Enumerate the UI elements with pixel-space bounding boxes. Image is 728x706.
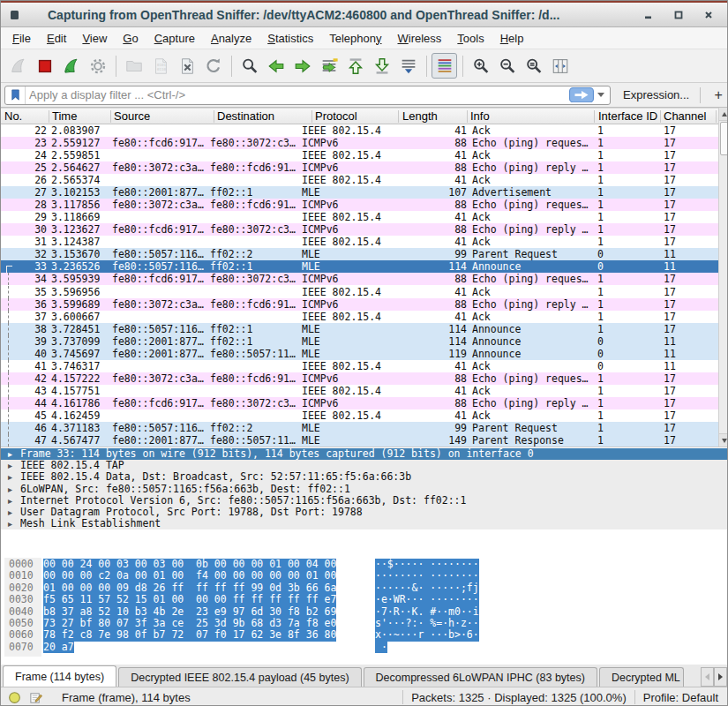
column-separator[interactable] bbox=[398, 110, 399, 123]
packet-row-26[interactable]: 262.565374IEEE 802.15.441Ack117 bbox=[1, 174, 718, 186]
expand-arrow-icon[interactable]: ▸ bbox=[8, 448, 12, 460]
menu-statistics[interactable]: Statistics bbox=[259, 27, 321, 49]
packet-row-27[interactable]: 273.102153fe80::2001:877…ff02::1MLE107Ad… bbox=[1, 186, 718, 199]
detail-row[interactable]: ▸Internet Protocol Version 6, Src: fe80:… bbox=[1, 495, 727, 507]
bookmark-icon[interactable] bbox=[5, 86, 26, 104]
hex-row[interactable]: 0040b8 37 a8 52 10 b3 4b 2e 23 e9 97 6d … bbox=[1, 606, 727, 618]
menu-go[interactable]: Go bbox=[115, 27, 146, 49]
status-profile[interactable]: Profile: Default bbox=[643, 691, 718, 704]
capture-options-button[interactable] bbox=[85, 53, 110, 79]
column-separator[interactable] bbox=[594, 110, 595, 123]
restart-capture-button[interactable] bbox=[58, 53, 84, 79]
maximize-icon[interactable] bbox=[667, 6, 690, 24]
packet-row-29[interactable]: 293.118669IEEE 802.15.441Ack117 bbox=[1, 211, 718, 223]
packet-row-33[interactable]: 333.236526fe80::5057:116…ff02::1MLE114An… bbox=[1, 260, 718, 273]
menu-wireless[interactable]: Wireless bbox=[390, 27, 450, 49]
packet-row-23[interactable]: 232.559127fe80::fcd6:917…fe80::3072:c3…I… bbox=[1, 137, 718, 149]
packet-row-43[interactable]: 434.157751IEEE 802.15.441Ack117 bbox=[1, 385, 718, 397]
minimize-icon[interactable] bbox=[637, 6, 660, 24]
column-header-source[interactable]: Source bbox=[114, 109, 150, 124]
hex-row[interactable]: 001000 00 00 c2 0a 00 01 00 f4 00 00 00 … bbox=[1, 570, 727, 582]
menu-view[interactable]: View bbox=[74, 27, 115, 49]
resize-columns-button[interactable] bbox=[547, 53, 573, 79]
tab-decompressed-6lowpan-iphc-83-bytes[interactable]: Decompressed 6LoWPAN IPHC (83 bytes) bbox=[364, 667, 597, 687]
column-separator[interactable] bbox=[110, 110, 111, 123]
column-header-channel[interactable]: Channel bbox=[664, 109, 706, 124]
tab-scroll-right-icon[interactable] bbox=[714, 667, 727, 687]
packet-row-39[interactable]: 393.737099fe80::2001:877…ff02::1MLE114An… bbox=[1, 335, 718, 348]
column-separator[interactable] bbox=[214, 110, 214, 123]
packet-row-30[interactable]: 303.123627fe80::fcd6:917…fe80::3072:c3…I… bbox=[1, 223, 718, 236]
hex-row[interactable]: 000000 00 24 00 03 00 03 00 0b 00 00 00 … bbox=[1, 559, 727, 570]
tab-frame-114-bytes[interactable]: Frame (114 bytes) bbox=[3, 665, 116, 687]
hex-row[interactable]: 002001 00 00 00 09 d8 26 ff ff ff ff 99 … bbox=[1, 582, 727, 594]
column-header-info[interactable]: Info bbox=[470, 109, 490, 124]
packet-row-42[interactable]: 424.157222fe80::3072:c3a…fe80::fcd6:91…I… bbox=[1, 372, 718, 385]
packet-row-45[interactable]: 454.162459IEEE 802.15.441Ack117 bbox=[1, 409, 718, 422]
packet-list-scrollbar[interactable] bbox=[718, 108, 728, 447]
detail-row[interactable]: ▸Mesh Link Establishment bbox=[1, 518, 727, 530]
packet-row-47[interactable]: 474.567477fe80::2001:877…fe80::5057:11…M… bbox=[1, 434, 718, 447]
packet-row-38[interactable]: 383.728451fe80::5057:116…ff02::1MLE114An… bbox=[1, 323, 718, 335]
packet-row-32[interactable]: 323.153670fe80::5057:116…ff02::2MLE99Par… bbox=[1, 248, 718, 260]
reload-file-button[interactable] bbox=[200, 53, 226, 79]
auto-scroll-button[interactable] bbox=[395, 53, 421, 79]
go-last-packet-button[interactable] bbox=[369, 53, 394, 79]
packet-row-28[interactable]: 283.117856fe80::3072:c3a…fe80::fcd6:91…I… bbox=[1, 199, 718, 211]
packet-row-46[interactable]: 464.371183fe80::5057:116…ff02::2MLE99Par… bbox=[1, 422, 718, 434]
packet-row-44[interactable]: 444.161786fe80::fcd6:917…fe80::3072:c3…I… bbox=[1, 397, 718, 409]
column-header-length[interactable]: Length bbox=[402, 109, 438, 124]
packet-row-40[interactable]: 403.745697fe80::2001:877…fe80::5057:11…M… bbox=[1, 348, 718, 360]
menu-tools[interactable]: Tools bbox=[449, 27, 492, 49]
detail-row[interactable]: ▸6LoWPAN, Src: fe80::5057:1165:f56a:663b… bbox=[1, 484, 727, 495]
packet-row-34[interactable]: 343.595939fe80::fcd6:917…fe80::3072:c3…I… bbox=[1, 273, 718, 285]
packet-row-37[interactable]: 373.600667IEEE 802.15.441Ack117 bbox=[1, 311, 718, 323]
close-icon[interactable] bbox=[697, 6, 720, 24]
packet-row-22[interactable]: 222.083907IEEE 802.15.441Ack117 bbox=[1, 124, 718, 137]
scroll-up-icon[interactable] bbox=[719, 108, 728, 121]
zoom-reset-button[interactable] bbox=[521, 53, 546, 79]
go-back-button[interactable] bbox=[263, 53, 289, 79]
column-separator[interactable] bbox=[49, 110, 49, 123]
column-separator[interactable] bbox=[660, 110, 661, 123]
column-header-protocol[interactable]: Protocol bbox=[315, 109, 357, 124]
go-to-packet-button[interactable] bbox=[316, 53, 341, 79]
menu-telephony[interactable]: Telephony bbox=[321, 27, 389, 49]
expand-arrow-icon[interactable]: ▸ bbox=[8, 495, 12, 507]
expand-arrow-icon[interactable]: ▸ bbox=[8, 518, 12, 530]
menu-capture[interactable]: Capture bbox=[146, 27, 203, 49]
go-first-packet-button[interactable] bbox=[342, 53, 368, 79]
add-filter-button[interactable]: + bbox=[709, 87, 727, 103]
packet-row-36[interactable]: 363.599689fe80::3072:c3a…fe80::fcd6:91…I… bbox=[1, 298, 718, 311]
packet-row-25[interactable]: 252.564627fe80::3072:c3a…fe80::fcd6:91…I… bbox=[1, 161, 718, 174]
column-header-time[interactable]: Time bbox=[52, 109, 77, 124]
detail-row[interactable]: ▸IEEE 802.15.4 TAP bbox=[1, 460, 727, 471]
packet-row-24[interactable]: 242.559851IEEE 802.15.441Ack117 bbox=[1, 149, 718, 161]
expand-arrow-icon[interactable]: ▸ bbox=[8, 471, 12, 483]
column-separator[interactable] bbox=[467, 110, 468, 123]
close-file-button[interactable] bbox=[174, 53, 199, 79]
column-header-no-[interactable]: No. bbox=[4, 109, 22, 124]
column-header-destination[interactable]: Destination bbox=[217, 109, 274, 124]
apply-filter-button[interactable] bbox=[569, 87, 594, 102]
menu-analyze[interactable]: Analyze bbox=[203, 27, 259, 49]
column-header-interface-id[interactable]: Interface ID bbox=[598, 109, 657, 124]
tab-decrypted-ml[interactable]: Decrypted ML bbox=[599, 667, 684, 687]
hex-row[interactable]: 006078 f2 c8 7e 98 0f b7 72 07 f0 17 62 … bbox=[1, 629, 727, 641]
hex-row[interactable]: 005073 27 bf 80 07 3f 3a ce 25 3d 9b 68 … bbox=[1, 618, 727, 629]
display-filter-input[interactable] bbox=[26, 88, 569, 101]
zoom-out-button[interactable] bbox=[494, 53, 520, 79]
go-forward-button[interactable] bbox=[289, 53, 315, 79]
tab-decrypted-ieee-802-15-4-payload-45-bytes[interactable]: Decrypted IEEE 802.15.4 payload (45 byte… bbox=[118, 667, 361, 687]
filter-dropdown-caret-icon[interactable] bbox=[597, 93, 604, 97]
expand-arrow-icon[interactable]: ▸ bbox=[8, 460, 12, 471]
menu-help[interactable]: Help bbox=[492, 27, 532, 49]
menu-edit[interactable]: Edit bbox=[39, 27, 74, 49]
scrollbar-thumb[interactable] bbox=[720, 122, 728, 155]
zoom-in-button[interactable] bbox=[468, 53, 493, 79]
hex-row[interactable]: 007020 a7 · bbox=[1, 642, 727, 653]
column-separator[interactable] bbox=[311, 110, 312, 123]
scroll-down-icon[interactable] bbox=[719, 433, 728, 447]
expand-arrow-icon[interactable]: ▸ bbox=[8, 507, 12, 518]
detail-row[interactable]: ▸IEEE 802.15.4 Data, Dst: Broadcast, Src… bbox=[1, 471, 727, 483]
